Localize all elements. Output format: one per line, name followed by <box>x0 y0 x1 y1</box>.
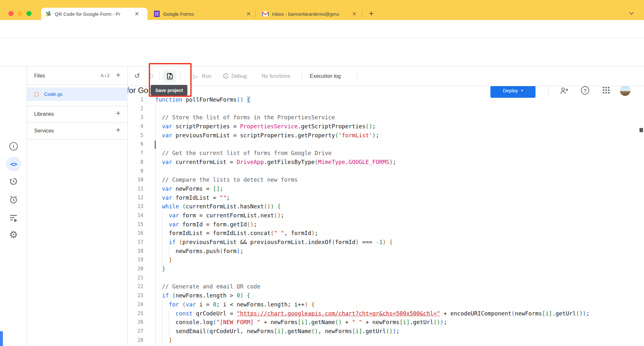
code-line[interactable]: 13 while (currentFormList.hasNext()) { <box>128 202 644 211</box>
code-text: var currentFormList = DriveApp.getFilesB… <box>155 158 396 167</box>
code-line[interactable]: 14 var form = currentFormList.next(); <box>128 211 644 220</box>
code-text: while (currentFormList.hasNext()) { <box>155 202 281 211</box>
editor-code-icon[interactable]: <> <box>6 157 21 171</box>
code-line[interactable]: 12 var formIdList = ""; <box>128 194 644 203</box>
code-line[interactable]: 6 <box>128 140 644 149</box>
triggers-clock-icon[interactable] <box>0 195 27 204</box>
line-number: 3 <box>128 113 146 122</box>
tab-title: QR Code for Google Form - Pr <box>55 11 131 17</box>
code-line[interactable]: 11 var newForms = []; <box>128 185 644 194</box>
google-apps-grid-icon[interactable] <box>603 87 604 88</box>
code-line[interactable]: 16 formIdList = formIdList.concat(" ", f… <box>128 229 644 238</box>
line-number: 28 <box>128 336 146 345</box>
tab-close-icon[interactable]: ✕ <box>135 11 139 17</box>
window-zoom-button[interactable] <box>26 11 32 16</box>
code-line[interactable]: 25 const qrCodeUrl = "https://chart.goog… <box>128 309 644 318</box>
files-header: Files <box>34 73 45 79</box>
code-line[interactable]: 28 } <box>128 336 644 345</box>
deploy-caret-icon: ▾ <box>521 88 523 93</box>
window-close-button[interactable] <box>8 11 14 16</box>
code-line[interactable]: 5 var previousFormList = scriptPropertie… <box>128 131 644 140</box>
run-play-icon[interactable]: ▷ <box>193 73 198 80</box>
unsaved-changes-icon <box>34 92 39 97</box>
project-history-icon[interactable] <box>0 177 27 186</box>
code-line[interactable]: 24 for (var i = 0; i < newForms.length; … <box>128 300 644 309</box>
help-icon[interactable]: ? <box>581 86 589 95</box>
code-line[interactable]: 22 // Generate and email QR code <box>128 282 644 291</box>
add-service-button[interactable]: + <box>116 125 120 134</box>
tab-apps-script[interactable]: QR Code for Google Form - Pr ✕ <box>41 8 147 20</box>
tab-close-icon[interactable]: ✕ <box>246 11 251 17</box>
overview-ruler-mark[interactable] <box>639 128 643 132</box>
code-line[interactable]: 17 if (previousFormList && previousFormL… <box>128 238 644 247</box>
code-line[interactable]: 4 var scriptProperties = PropertiesServi… <box>128 122 644 131</box>
tab-close-icon[interactable]: ✕ <box>352 11 356 17</box>
code-line[interactable]: 27 sendEmail(qrCodeUrl, newForms[i].getN… <box>128 327 644 336</box>
debug-icon[interactable] <box>222 73 229 80</box>
function-selector[interactable]: No functions <box>261 73 290 79</box>
code-text: var previousFormList = scriptProperties.… <box>155 131 379 140</box>
line-number: 25 <box>128 309 146 318</box>
debug-button[interactable]: Debug <box>232 73 247 79</box>
code-text: // Generate and email QR code <box>155 282 260 291</box>
code-text: } <box>155 256 172 265</box>
code-line[interactable]: 7 // Get the current list of forms from … <box>128 149 644 158</box>
code-line[interactable]: 26 console.log("[NEW FORM] " + newForms[… <box>128 318 644 327</box>
line-number: 4 <box>128 122 146 131</box>
line-number: 6 <box>128 140 146 149</box>
code-text: sendEmail(qrCodeUrl, newForms[i].getName… <box>155 327 400 336</box>
code-line[interactable]: 21 <box>128 274 644 283</box>
tab-google-forms[interactable]: Google Forms ✕ <box>150 8 255 20</box>
code-line[interactable]: 20 } <box>128 265 644 274</box>
indent-guide <box>162 212 162 265</box>
account-avatar[interactable] <box>620 85 630 96</box>
browser-navbar: ← → ↻ script.google.com/home/projects/1a… <box>0 20 644 38</box>
code-line[interactable]: 1function pollForNewForms() { <box>128 96 644 105</box>
code-line[interactable]: 9 <box>128 167 644 176</box>
execution-log-button[interactable]: Execution log <box>310 73 341 79</box>
tab-search-chevron-icon[interactable] <box>629 10 634 15</box>
panel-divider <box>27 123 128 123</box>
line-number: 24 <box>128 300 146 309</box>
overview-info-icon[interactable]: i <box>0 142 27 150</box>
line-number: 26 <box>128 318 146 327</box>
add-library-button[interactable]: + <box>116 109 120 118</box>
line-number: 27 <box>128 327 146 336</box>
code-text: var newForms = []; <box>155 185 223 194</box>
line-number: 7 <box>128 149 146 158</box>
code-line[interactable]: 2 <box>128 105 644 114</box>
run-button[interactable]: Run <box>202 73 211 79</box>
code-text: const qrCodeUrl = "https://chart.googlea… <box>155 309 590 318</box>
sort-az-icon[interactable]: A▲▼Z <box>100 73 110 78</box>
project-settings-gear-icon[interactable]: ⚙ <box>0 230 27 240</box>
line-number: 16 <box>128 229 146 238</box>
new-tab-button[interactable]: + <box>369 9 374 18</box>
save-project-tooltip: Save project <box>151 85 187 96</box>
deploy-label: Deploy <box>503 88 518 93</box>
code-line[interactable]: 18 newForms.push(form); <box>128 247 644 256</box>
file-item-code-gs[interactable]: Code.gs <box>27 87 128 101</box>
code-line[interactable]: 3 // Store the list of forms in the Prop… <box>128 113 644 122</box>
tab-gmail[interactable]: Inbox - bannerbeardemo@gma ✕ <box>258 8 361 20</box>
code-line[interactable]: 15 var formId = form.getId(); <box>128 220 644 229</box>
executions-icon[interactable] <box>0 214 27 222</box>
code-text: } <box>155 336 172 345</box>
tab-divider <box>362 10 362 18</box>
code-line[interactable]: 8 var currentFormList = DriveApp.getFile… <box>128 158 644 167</box>
code-text: var formId = form.getId(); <box>155 220 257 229</box>
indent-guide <box>169 247 169 256</box>
line-number: 2 <box>128 105 146 114</box>
libraries-header: Libraries <box>34 111 54 117</box>
add-file-button[interactable]: + <box>116 70 120 79</box>
gmail-favicon <box>262 11 269 17</box>
window-minimize-button[interactable] <box>17 11 23 16</box>
code-line[interactable]: 23 if (newForms.length > 0) { <box>128 291 644 300</box>
code-line[interactable]: 19 } <box>128 256 644 265</box>
tab-title: Google Forms <box>163 11 194 17</box>
code-text: } <box>155 265 166 274</box>
tab-title: Inbox - bannerbeardemo@gma <box>272 11 349 17</box>
code-line[interactable]: 10 // Compare the lists to detect new fo… <box>128 176 644 185</box>
share-project-icon[interactable] <box>560 86 569 95</box>
undo-button[interactable]: ↺ <box>134 72 140 80</box>
code-editor[interactable]: 1function pollForNewForms() {23 // Store… <box>128 96 644 345</box>
